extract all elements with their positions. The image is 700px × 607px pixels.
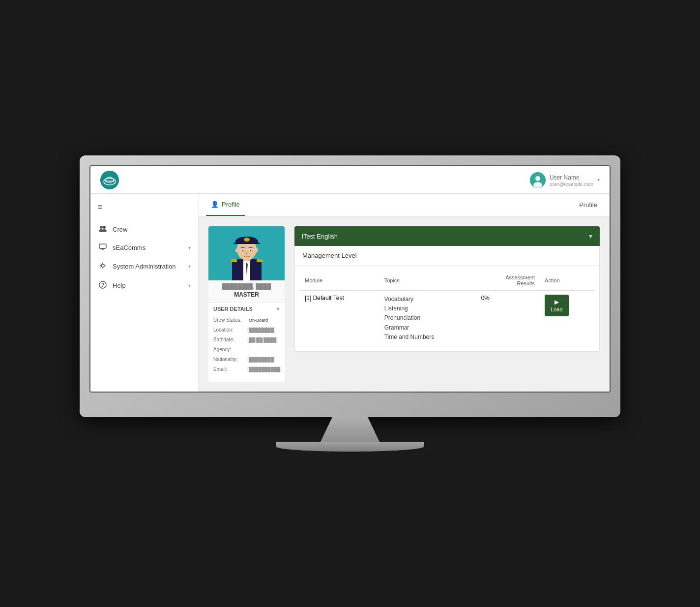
help-expand-arrow: ▾ — [188, 283, 191, 288]
user-display-name: User Name — [550, 174, 580, 181]
seacomms-expand-arrow: ▾ — [188, 245, 191, 250]
detail-label-nationality: Nationality: — [213, 357, 245, 363]
svg-point-34 — [246, 252, 248, 255]
close-icon[interactable]: × — [276, 305, 280, 312]
crew-icon — [98, 225, 108, 234]
hamburger-menu-icon[interactable]: ≡ — [90, 199, 198, 215]
svg-point-28 — [244, 238, 250, 242]
detail-value-email: ██████████ — [247, 366, 282, 372]
sidebar-label-help: Help — [113, 282, 183, 289]
user-dropdown-arrow[interactable]: ▾ — [597, 177, 600, 182]
module-cell: [1] Default Test — [300, 291, 379, 346]
user-details-header: USER DETAILS × — [208, 303, 285, 315]
management-level-label: Management Level — [295, 246, 599, 266]
table-row: [1] Default Test Vocabulary Listening P — [300, 291, 594, 346]
col-module: Module — [300, 271, 379, 291]
itest-section: iTest English ▾ Management Level M — [294, 226, 600, 382]
detail-label-crew-status: Crew Status: — [213, 317, 245, 323]
detail-nationality: Nationality: ████████ — [208, 355, 285, 364]
tab-profile[interactable]: 👤 Profile — [206, 194, 245, 216]
svg-point-33 — [250, 250, 251, 251]
avatar-section — [208, 226, 285, 280]
content-area: ████████, ████ MASTER USER DETAILS × Cre… — [199, 216, 610, 392]
itest-body: Management Level Module Topics Assessmen… — [294, 246, 600, 352]
monitor-stand-neck — [321, 417, 379, 442]
detail-value-location: ████████ — [247, 327, 275, 333]
svg-text:?: ? — [101, 282, 104, 288]
profile-tab-icon: 👤 — [211, 201, 219, 208]
svg-point-8 — [100, 226, 103, 229]
tab-right-label: Profile — [574, 194, 602, 215]
table-container: Module Topics AssessmentResults Action — [295, 266, 599, 351]
load-button[interactable]: ▶ Load — [545, 295, 568, 316]
seacomms-icon — [98, 243, 108, 252]
detail-agency: Agency: - — [208, 345, 285, 355]
detail-birthdate: Birthdate: ██/██/████ — [208, 335, 285, 345]
topic-grammar: Grammar — [384, 323, 471, 333]
load-button-label: Load — [551, 306, 562, 312]
profile-card: ████████, ████ MASTER USER DETAILS × Cre… — [208, 226, 285, 382]
sidebar-item-system-administration[interactable]: System Administration ▾ — [90, 257, 198, 276]
user-info: User Name user@example.com — [550, 173, 593, 187]
main-tabs: 👤 Profile Profile — [199, 194, 610, 216]
svg-point-6 — [535, 176, 540, 181]
svg-point-7 — [533, 182, 542, 188]
topics-list: Vocabulary Listening Pronunciation Gramm… — [384, 295, 471, 342]
table-header-row: Module Topics AssessmentResults Action — [300, 271, 594, 291]
detail-location: Location: ████████ — [208, 325, 285, 335]
svg-text:Comms: Comms — [105, 180, 115, 182]
sidebar-label-system-admin: System Administration — [113, 263, 183, 270]
help-icon: ? — [98, 281, 108, 290]
sidebar: ≡ Crew — [90, 194, 199, 392]
profile-name-redacted: ████████, ████ — [208, 280, 285, 290]
detail-label-birthdate: Birthdate: — [213, 337, 245, 343]
svg-point-13 — [101, 264, 104, 267]
sidebar-label-seacomms: sEaComms — [113, 244, 183, 251]
detail-crew-status: Crew Status: On-Board — [208, 315, 285, 325]
system-admin-expand-arrow: ▾ — [188, 264, 191, 269]
user-sub-text: user@example.com — [550, 182, 593, 187]
profile-tab-label: Profile — [222, 201, 240, 208]
avatar — [530, 172, 546, 188]
topics-cell: Vocabulary Listening Pronunciation Gramm… — [379, 291, 476, 346]
main-content: 👤 Profile Profile — [199, 194, 610, 392]
svg-rect-17 — [232, 259, 245, 280]
topic-listening: Listening — [384, 304, 471, 313]
detail-value-agency: - — [247, 347, 252, 353]
play-icon: ▶ — [554, 299, 559, 305]
system-admin-icon — [98, 262, 108, 271]
svg-text:sEa: sEa — [107, 176, 113, 179]
svg-point-32 — [242, 250, 243, 251]
detail-value-nationality: ████████ — [247, 357, 275, 363]
captain-avatar — [225, 229, 269, 280]
action-cell: ▶ Load — [540, 291, 594, 346]
sidebar-item-seacomms[interactable]: sEaComms ▾ — [90, 239, 198, 257]
user-area[interactable]: User Name user@example.com ▾ — [530, 172, 600, 188]
svg-rect-22 — [257, 259, 262, 262]
monitor-stand-base — [276, 442, 424, 452]
detail-value-crew-status: On-Board — [247, 317, 269, 323]
app-logo: sEa Comms — [100, 171, 119, 189]
assessment-value: 0% — [481, 295, 490, 302]
itest-header-label: iTest English — [302, 233, 338, 240]
col-assessment: AssessmentResults — [476, 271, 540, 291]
detail-email: Email: ██████████ — [208, 364, 285, 374]
svg-rect-18 — [248, 259, 262, 280]
svg-rect-29 — [233, 243, 260, 244]
svg-rect-12 — [99, 244, 106, 248]
svg-point-9 — [103, 226, 106, 229]
sidebar-item-help[interactable]: ? Help ▾ — [90, 276, 198, 295]
col-topics: Topics — [379, 271, 476, 291]
topic-time-numbers: Time and Numbers — [384, 333, 471, 342]
topic-vocabulary: Vocabulary — [384, 295, 471, 304]
detail-value-birthdate: ██/██/████ — [247, 337, 278, 343]
module-name: [1] Default Test — [305, 295, 344, 302]
sidebar-item-crew[interactable]: Crew — [90, 220, 198, 239]
itest-header[interactable]: iTest English ▾ — [294, 226, 600, 246]
svg-point-36 — [255, 248, 258, 252]
detail-label-agency: Agency: — [213, 347, 245, 353]
itest-table: Module Topics AssessmentResults Action — [300, 271, 594, 346]
itest-collapse-arrow[interactable]: ▾ — [589, 232, 592, 240]
assessment-cell: 0% — [476, 291, 540, 346]
app-header: sEa Comms User Name — [90, 166, 610, 194]
